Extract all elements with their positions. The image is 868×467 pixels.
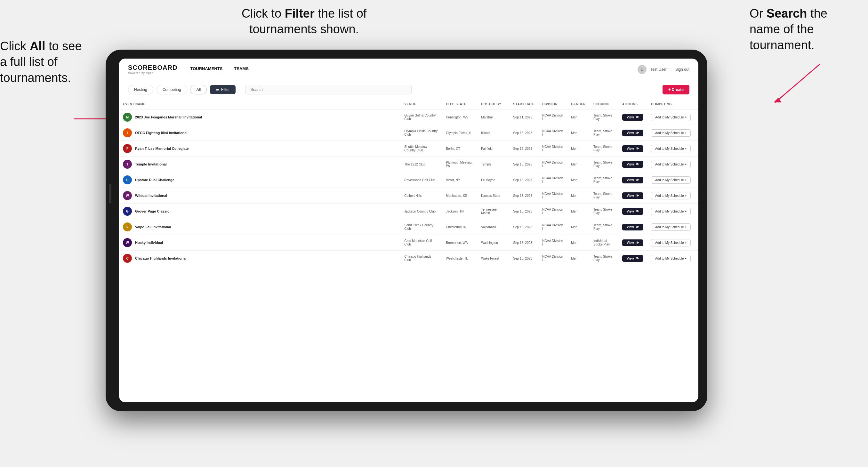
view-button-3[interactable]: View 👁: [622, 161, 643, 168]
view-button-1[interactable]: View 👁: [622, 130, 643, 136]
nav-links: TOURNAMENTS TEAMS: [190, 66, 638, 72]
date-1: Sep 15, 2023: [509, 125, 538, 141]
add-schedule-button-2[interactable]: Add to My Schedule +: [651, 145, 691, 152]
gender-0: Men: [567, 110, 590, 125]
date-5: Sep 17, 2023: [509, 188, 538, 204]
view-button-2[interactable]: View 👁: [622, 145, 643, 152]
nav-tournaments[interactable]: TOURNAMENTS: [190, 66, 222, 72]
view-button-0[interactable]: View 👁: [622, 114, 643, 121]
add-schedule-button-4[interactable]: Add to My Schedule +: [651, 176, 691, 184]
view-button-6[interactable]: View 👁: [622, 208, 643, 215]
event-cell-9: C Chicago Highlands Invitational: [119, 251, 400, 266]
venue-2: Shuttle Meadow Country Club: [400, 141, 442, 157]
add-schedule-button-9[interactable]: Add to My Schedule +: [651, 255, 691, 262]
action-cell-4: View 👁: [618, 172, 647, 188]
user-avatar: U: [638, 65, 647, 74]
action-cell-0: View 👁: [618, 110, 647, 125]
hosted-3: Temple: [477, 157, 509, 172]
tournament-table: EVENT NAME VENUE CITY, STATE HOSTED BY S…: [119, 99, 699, 266]
hosted-1: Illinois: [477, 125, 509, 141]
table-row: I OFCC Fighting Illini Invitational Olym…: [119, 125, 699, 141]
add-schedule-button-7[interactable]: Add to My Schedule +: [651, 223, 691, 231]
add-schedule-button-8[interactable]: Add to My Schedule +: [651, 239, 691, 246]
action-cell-2: View 👁: [618, 141, 647, 157]
create-button[interactable]: + Create: [662, 85, 689, 94]
action-cell-3: View 👁: [618, 157, 647, 172]
sign-out-link[interactable]: Sign out: [675, 67, 689, 72]
scoring-2: Team, Stroke Play: [590, 141, 618, 157]
hosted-6: Tennessee-Martin: [477, 204, 509, 219]
add-schedule-button-0[interactable]: Add to My Schedule +: [651, 114, 691, 121]
hosted-5: Kansas State: [477, 188, 509, 204]
date-2: Sep 16, 2023: [509, 141, 538, 157]
venue-1: Olympia Fields Country Club: [400, 125, 442, 141]
competing-cell-9: Add to My Schedule +: [647, 251, 699, 266]
gender-9: Men: [567, 251, 590, 266]
division-5: NCAA Division I: [538, 188, 567, 204]
view-button-7[interactable]: View 👁: [622, 224, 643, 230]
col-city: CITY, STATE: [442, 99, 477, 110]
event-name-3: Temple Invitational: [135, 162, 167, 166]
view-eye-icon-6: 👁: [636, 210, 639, 213]
city-6: Jackson, TN: [442, 204, 477, 219]
user-name: Test User: [650, 67, 667, 72]
logo-sub: Powered by clppd: [128, 71, 177, 74]
team-logo-4: U: [123, 176, 132, 184]
view-eye-icon-9: 👁: [636, 257, 639, 260]
gender-7: Men: [567, 219, 590, 235]
date-4: Sep 16, 2023: [509, 172, 538, 188]
scoring-4: Team, Stroke Play: [590, 172, 618, 188]
scoring-7: Team, Stroke Play: [590, 219, 618, 235]
filter-button[interactable]: ☰ Filter: [210, 85, 236, 94]
table-row: C Chicago Highlands Invitational Chicago…: [119, 251, 699, 266]
tab-all[interactable]: All: [190, 85, 207, 94]
scoring-0: Team, Stroke Play: [590, 110, 618, 125]
view-eye-icon-1: 👁: [636, 131, 639, 135]
event-cell-6: G Grover Page Classic: [119, 204, 400, 219]
col-competing: COMPETING: [647, 99, 699, 110]
view-eye-icon-3: 👁: [636, 163, 639, 166]
date-8: Sep 18, 2023: [509, 235, 538, 251]
division-9: NCAA Division I: [538, 251, 567, 266]
tablet-side-button: [109, 184, 112, 203]
col-venue: VENUE: [400, 99, 442, 110]
venue-3: The 1912 Club: [400, 157, 442, 172]
venue-0: Guyan Golf & Country Club: [400, 110, 442, 125]
event-name-2: Ryan T. Lee Memorial Collegiate: [135, 147, 189, 150]
city-7: Chesterton, IN: [442, 219, 477, 235]
table-row: M 2023 Joe Feaganes Marshall Invitationa…: [119, 110, 699, 125]
add-schedule-button-3[interactable]: Add to My Schedule +: [651, 161, 691, 168]
division-7: NCAA Division I: [538, 219, 567, 235]
date-7: Sep 18, 2023: [509, 219, 538, 235]
division-1: NCAA Division I: [538, 125, 567, 141]
venue-7: Sand Creek Country Club: [400, 219, 442, 235]
tab-hosting[interactable]: Hosting: [128, 85, 153, 94]
add-schedule-button-1[interactable]: Add to My Schedule +: [651, 129, 691, 137]
event-cell-5: W Wildcat Invitational: [119, 188, 400, 204]
tab-competing[interactable]: Competing: [156, 85, 187, 94]
view-button-5[interactable]: View 👁: [622, 192, 643, 199]
team-logo-7: V: [123, 222, 132, 231]
table-row: W Wildcat Invitational Colbert Hills Man…: [119, 188, 699, 204]
table-row: F Ryan T. Lee Memorial Collegiate Shuttl…: [119, 141, 699, 157]
hosted-7: Valparaiso: [477, 219, 509, 235]
add-schedule-button-6[interactable]: Add to My Schedule +: [651, 208, 691, 215]
view-button-9[interactable]: View 👁: [622, 255, 643, 262]
event-name-6: Grover Page Classic: [135, 209, 169, 213]
action-cell-8: View 👁: [618, 235, 647, 251]
col-division: DIVISION: [538, 99, 567, 110]
gender-3: Men: [567, 157, 590, 172]
gender-8: Men: [567, 235, 590, 251]
event-name-4: Upstate Dual Challenge: [135, 178, 175, 182]
add-schedule-button-5[interactable]: Add to My Schedule +: [651, 192, 691, 199]
gender-5: Men: [567, 188, 590, 204]
view-button-8[interactable]: View 👁: [622, 240, 643, 246]
nav-teams[interactable]: TEAMS: [234, 66, 249, 72]
hosted-4: Le Moyne: [477, 172, 509, 188]
division-8: NCAA Division I: [538, 235, 567, 251]
gender-4: Men: [567, 172, 590, 188]
team-logo-2: F: [123, 144, 132, 153]
scoring-5: Team, Stroke Play: [590, 188, 618, 204]
search-input[interactable]: [245, 85, 412, 94]
view-button-4[interactable]: View 👁: [622, 177, 643, 183]
